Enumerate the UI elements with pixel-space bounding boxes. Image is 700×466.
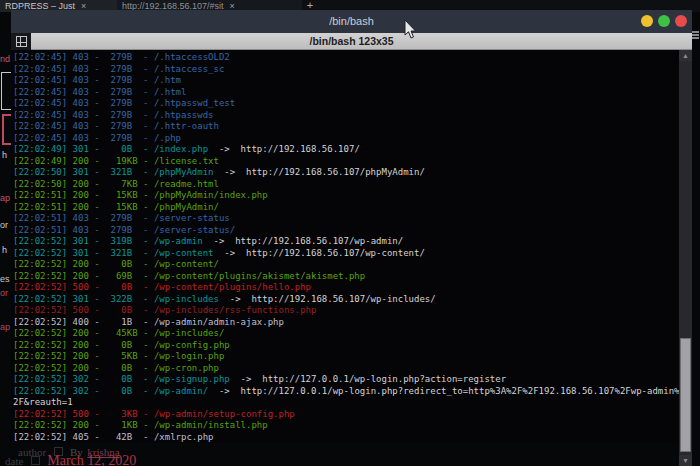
page-text-fragment: es [0,274,10,284]
terminal-output-line: [22:02:52] 200 - 0B - /wp-content/ [13,259,679,271]
terminal-output-line: [22:02:51] 200 - 15KB - /phpMyAdmin/ [13,202,679,214]
terminal-output-line: [22:02:52] 500 - 3KB - /wp-admin/setup-c… [13,409,679,421]
terminal-output-line: [22:02:52] 301 - 319B - /wp-admin -> htt… [13,236,679,248]
page-text-fragment: ap [0,193,10,203]
terminal-output-line: [22:02:49] 301 - 0B - /index.php -> http… [13,144,679,156]
terminal-output-line: [22:02:51] 403 - 279B - /server-status/ [13,225,679,237]
terminal-title: /bin/bash [11,10,692,33]
terminal-tab-bar: /bin/bash 123x35 [11,33,692,50]
page-text-fragment: nd [0,54,10,64]
terminal-output-line: [22:02:52] 500 - 0B - /wp-includes/rss-f… [13,305,679,317]
close-window-button[interactable] [675,15,687,27]
page-text-fragment: h [2,150,7,160]
terminal-output-line: [22:02:52] 200 - 0B - /wp-cron.php [13,363,679,375]
terminal-output-line: [22:02:52] 405 - 42B - /xmlrpc.php [13,432,679,444]
terminal-tab-label[interactable]: /bin/bash 123x35 [11,33,692,49]
terminal-output-line: [22:02:52] 200 - 69B - /wp-content/plugi… [13,271,679,283]
terminal-output-line: [22:02:52] 500 - 0B - /wp-content/plugin… [13,282,679,294]
terminal-output-line: [22:02:51] 200 - 15KB - /phpMyAdmin/inde… [13,190,679,202]
scroll-down-arrow[interactable]: ▼ [679,455,692,466]
terminal-output-line: [22:02:52] 302 - 0B - /wp-admin/ -> http… [13,386,679,398]
page-text-fragment: h [2,245,7,255]
terminal-output-line: 2F&reauth=1 [13,397,679,409]
terminal-output[interactable]: [22:02:45] 403 - 279B - /.htaccessOLD2[2… [11,50,679,443]
terminal-output-line: [22:02:52] 301 - 322B - /wp-includes -> … [13,294,679,306]
terminal-output-line: [22:02:45] 403 - 279B - /.htpasswds [13,110,679,122]
maximize-button[interactable] [658,15,670,27]
scrollbar-thumb[interactable] [680,338,691,452]
terminal-output-line: [22:02:52] 200 - 0B - /wp-config.php [13,340,679,352]
terminal-output-line: [22:02:45] 403 - 279B - /.htaccess_sc [13,64,679,76]
terminal-title-bar[interactable]: /bin/bash [11,10,692,33]
terminal-output-line: [22:02:51] 403 - 279B - /server-status [13,213,679,225]
minimize-button[interactable] [641,15,653,27]
terminal-output-line: [22:02:49] 200 - 19KB - /license.txt [13,156,679,168]
terminal-output-line: [22:02:45] 403 - 279B - /.httr-oauth [13,121,679,133]
terminal-output-line: [22:02:50] 301 - 321B - /phpMyAdmin -> h… [13,167,679,179]
terminal-output-line: [22:02:45] 403 - 279B - /.php [13,133,679,145]
hamburger-menu-icon[interactable] [692,31,699,41]
terminal-output-line: [22:02:50] 200 - 7KB - /readme.html [13,179,679,191]
terminal-output-line: [22:02:52] 400 - 1B - /wp-admin/admin-aj… [13,317,679,329]
terminal-output-line: [22:02:52] 200 - 1KB - /wp-admin/install… [13,420,679,432]
page-text-fragment: or [0,220,8,230]
terminal-output-line: [22:02:45] 403 - 279B - /.htpasswd_test [13,98,679,110]
terminal-output-line: [22:02:45] 403 - 279B - /.htaccessOLD2 [13,52,679,64]
page-text-fragment: or [0,288,8,298]
terminal-window: /bin/bash /bin/bash 123x35 [22:02:45] 40… [11,10,692,466]
terminal-output-line: [22:02:52] 200 - 5KB - /wp-login.php [13,351,679,363]
scroll-up-arrow[interactable]: ▲ [679,50,692,61]
terminal-output-line: [22:02:52] 301 - 321B - /wp-content -> h… [13,248,679,260]
terminal-output-line: [22:02:45] 403 - 279B - /.htm [13,75,679,87]
terminal-output-line: [22:02:52] 200 - 45KB - /wp-includes/ [13,328,679,340]
page-text-fragment: ap [0,322,10,332]
terminal-output-line: [22:02:52] 302 - 0B - /wp-signup.php -> … [13,374,679,386]
terminal-scrollbar[interactable]: ▲ ▼ [679,50,692,466]
terminal-output-line: [22:02:45] 403 - 279B - /.html [13,87,679,99]
